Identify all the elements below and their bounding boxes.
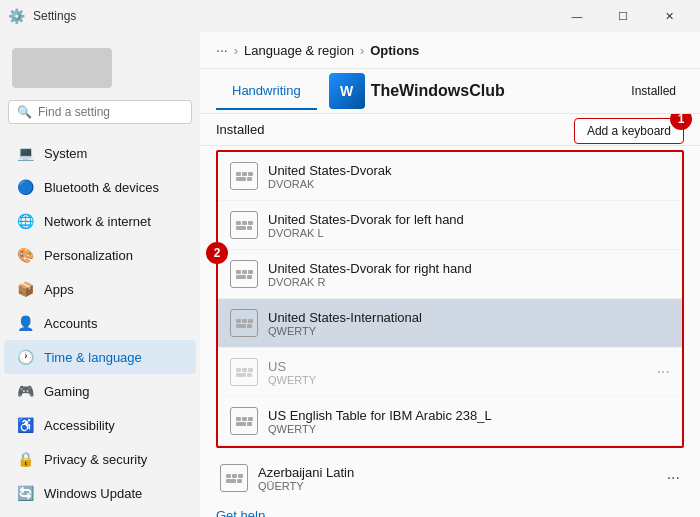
sidebar-label-network: Network & internet [44, 214, 151, 229]
sidebar-item-gaming[interactable]: 🎮 Gaming [4, 374, 196, 408]
time-icon: 🕐 [16, 348, 34, 366]
sidebar-label-accounts: Accounts [44, 316, 97, 331]
keyboard-icon [230, 358, 258, 386]
accessibility-icon: ♿ [16, 416, 34, 434]
accounts-icon: 👤 [16, 314, 34, 332]
keyboard-icon [230, 211, 258, 239]
add-keyboard-button[interactable]: Add a keyboard [574, 118, 684, 144]
azerbaijani-info: Azerbaijani Latin QÜERTY [258, 465, 657, 492]
window-title: Settings [33, 9, 76, 23]
keyboard-info: United States-Dvorak DVORAK [268, 163, 670, 190]
keyboard-item-us[interactable]: US QWERTY ··· [218, 348, 682, 397]
keyboard-info: United States-Dvorak for left hand DVORA… [268, 212, 670, 239]
badge-2: 2 [206, 242, 228, 264]
keyboard-info: US QWERTY [268, 359, 647, 386]
azerbaijani-row: Azerbaijani Latin QÜERTY ··· [216, 456, 684, 500]
breadcrumb-dots: ··· [216, 42, 228, 58]
get-help-row: Get help [200, 500, 700, 517]
keyboard-icon [230, 309, 258, 337]
keyboard-icon [230, 407, 258, 435]
keyboard-item-us-international[interactable]: United States-International QWERTY [218, 299, 682, 348]
keyboard-list-box: 2 United States-Dvorak DVORAK [216, 150, 684, 448]
sidebar: 🔍 💻 System 🔵 Bluetooth & devices 🌐 Netwo… [0, 32, 200, 517]
breadcrumb-sep2: › [360, 43, 364, 58]
maximize-button[interactable]: ☐ [600, 0, 646, 32]
sidebar-item-accounts[interactable]: 👤 Accounts [4, 306, 196, 340]
breadcrumb-options: Options [370, 43, 419, 58]
keyboard-item-dvorak-right[interactable]: United States-Dvorak for right hand DVOR… [218, 250, 682, 299]
sidebar-label-apps: Apps [44, 282, 74, 297]
keyboard-icon [230, 260, 258, 288]
keyboard-item-us-arabic[interactable]: US English Table for IBM Arabic 238_L QW… [218, 397, 682, 446]
sidebar-item-bluetooth[interactable]: 🔵 Bluetooth & devices [4, 170, 196, 204]
sidebar-item-time[interactable]: 🕐 Time & language [4, 340, 196, 374]
sidebar-item-system[interactable]: 💻 System [4, 136, 196, 170]
titlebar: ⚙️ Settings — ☐ ✕ [0, 0, 700, 32]
search-box[interactable]: 🔍 [8, 100, 192, 124]
sidebar-label-update: Windows Update [44, 486, 142, 501]
content-area: ··· › Language & region › Options Handwr… [200, 32, 700, 517]
sidebar-label-time: Time & language [44, 350, 142, 365]
avatar [12, 48, 112, 88]
sidebar-item-apps[interactable]: 📦 Apps [4, 272, 196, 306]
more-options-azerbaijani-icon[interactable]: ··· [667, 469, 680, 487]
close-button[interactable]: ✕ [646, 0, 692, 32]
keyboard-item-dvorak-left[interactable]: United States-Dvorak for left hand DVORA… [218, 201, 682, 250]
minimize-button[interactable]: — [554, 0, 600, 32]
tabs-row: Handwriting W TheWindowsClub Installed [200, 69, 700, 114]
sidebar-item-accessibility[interactable]: ♿ Accessibility [4, 408, 196, 442]
sidebar-item-personalization[interactable]: 🎨 Personalization [4, 238, 196, 272]
app-body: 🔍 💻 System 🔵 Bluetooth & devices 🌐 Netwo… [0, 32, 700, 517]
keyboard-info: United States-International QWERTY [268, 310, 670, 337]
keyboard-info: US English Table for IBM Arabic 238_L QW… [268, 408, 670, 435]
breadcrumb: ··· › Language & region › Options [200, 32, 700, 69]
personalization-icon: 🎨 [16, 246, 34, 264]
network-icon: 🌐 [16, 212, 34, 230]
breadcrumb-language[interactable]: Language & region [244, 43, 354, 58]
keyboard-icon [230, 162, 258, 190]
installed-badge: Installed [631, 84, 684, 98]
gaming-icon: 🎮 [16, 382, 34, 400]
sidebar-label-gaming: Gaming [44, 384, 90, 399]
sidebar-label-system: System [44, 146, 87, 161]
privacy-icon: 🔒 [16, 450, 34, 468]
sidebar-item-network[interactable]: 🌐 Network & internet [4, 204, 196, 238]
main-scroll-area: Installed › Add a keyboard 1 2 [200, 114, 700, 517]
sidebar-label-bluetooth: Bluetooth & devices [44, 180, 159, 195]
logo-text: TheWindowsClub [371, 82, 505, 100]
sidebar-label-accessibility: Accessibility [44, 418, 115, 433]
sidebar-item-update[interactable]: 🔄 Windows Update [4, 476, 196, 510]
window-controls: — ☐ ✕ [554, 0, 692, 32]
search-icon: 🔍 [17, 105, 32, 119]
bluetooth-icon: 🔵 [16, 178, 34, 196]
sidebar-label-personalization: Personalization [44, 248, 133, 263]
sidebar-label-privacy: Privacy & security [44, 452, 147, 467]
sidebar-item-privacy[interactable]: 🔒 Privacy & security [4, 442, 196, 476]
apps-icon: 📦 [16, 280, 34, 298]
keyboard-info: United States-Dvorak for right hand DVOR… [268, 261, 670, 288]
tab-handwriting[interactable]: Handwriting [216, 73, 317, 110]
keyboard-dropdown-container: Add a keyboard 1 2 [216, 150, 684, 448]
keyboard-icon [220, 464, 248, 492]
search-input[interactable] [38, 105, 188, 119]
keyboard-item-dvorak[interactable]: United States-Dvorak DVORAK [218, 152, 682, 201]
get-help-link[interactable]: Get help [216, 508, 265, 517]
system-icon: 💻 [16, 144, 34, 162]
logo-icon: W [329, 73, 365, 109]
update-icon: 🔄 [16, 484, 34, 502]
more-options-icon[interactable]: ··· [657, 363, 670, 381]
tab-logo: W TheWindowsClub [317, 69, 517, 113]
breadcrumb-sep1: › [234, 43, 238, 58]
